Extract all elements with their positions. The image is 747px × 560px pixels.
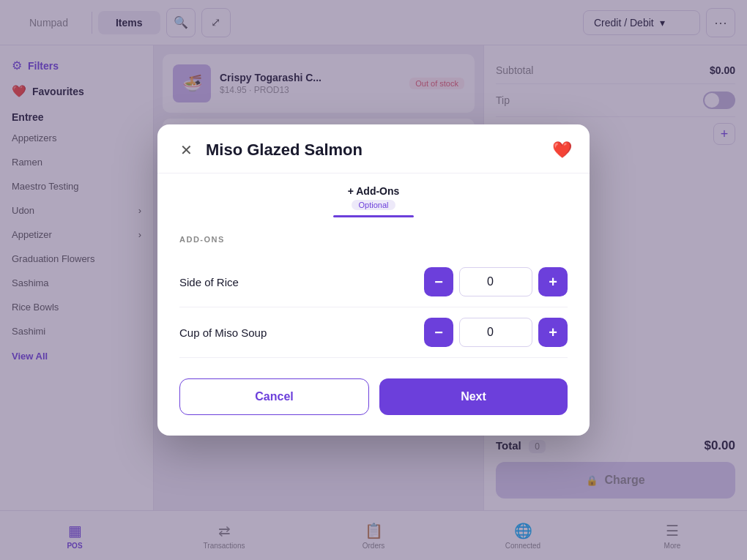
favourite-button[interactable]: ❤️ <box>552 141 572 160</box>
modal-tabs: + Add-Ons Optional <box>157 173 590 217</box>
next-button[interactable]: Next <box>379 378 568 415</box>
modal-close-button[interactable]: ✕ <box>175 139 197 161</box>
addons-section-label: ADD-ONS <box>179 235 568 244</box>
tab-addons[interactable]: + Add-Ons Optional <box>333 185 415 217</box>
tab-optional-badge: Optional <box>352 200 396 210</box>
modal-overlay[interactable]: ✕ Miso Glazed Salmon ❤️ + Add-Ons Option… <box>0 0 747 560</box>
decrement-cup-of-miso-soup[interactable]: − <box>424 318 453 347</box>
cancel-button[interactable]: Cancel <box>179 378 369 415</box>
modal-header: ✕ Miso Glazed Salmon ❤️ <box>157 124 590 173</box>
decrement-side-of-rice[interactable]: − <box>424 267 453 296</box>
qty-input-cup-of-miso-soup[interactable] <box>459 318 532 347</box>
qty-input-side-of-rice[interactable] <box>459 267 532 296</box>
modal-title: Miso Glazed Salmon <box>206 141 363 160</box>
addon-row-side-of-rice: Side of Rice − + <box>179 257 568 307</box>
addon-name-side-of-rice: Side of Rice <box>179 276 239 288</box>
addon-controls-side-of-rice: − + <box>424 267 568 296</box>
modal-body: ADD-ONS Side of Rice − + Cup of Miso Sou… <box>157 217 590 358</box>
increment-cup-of-miso-soup[interactable]: + <box>538 318 568 347</box>
tab-addons-label: + Add-Ons <box>348 185 400 197</box>
addon-modal: ✕ Miso Glazed Salmon ❤️ + Add-Ons Option… <box>157 124 590 436</box>
addon-row-cup-of-miso-soup: Cup of Miso Soup − + <box>179 307 568 358</box>
addon-controls-cup-of-miso-soup: − + <box>424 318 568 347</box>
modal-footer: Cancel Next <box>157 358 590 415</box>
addon-name-cup-of-miso-soup: Cup of Miso Soup <box>179 326 267 339</box>
increment-side-of-rice[interactable]: + <box>538 267 568 296</box>
modal-header-left: ✕ Miso Glazed Salmon <box>175 139 363 161</box>
